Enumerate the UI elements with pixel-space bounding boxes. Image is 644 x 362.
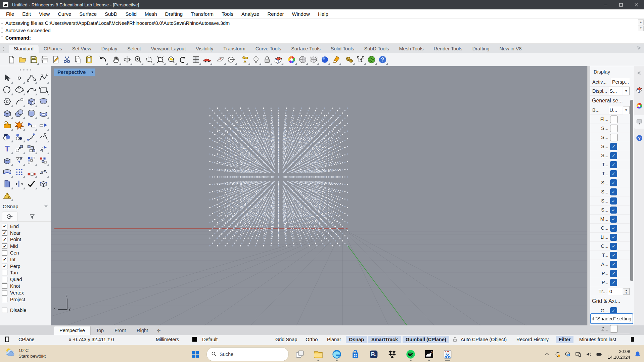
cplane-grid-icon[interactable] (215, 54, 226, 65)
command-prompt[interactable]: Command: (5, 34, 637, 42)
sound-info-icon[interactable]: i (563, 350, 572, 359)
shaded-sphere-icon[interactable] (297, 54, 308, 65)
toolbar-tab-new-in-v8[interactable]: New in V8 (495, 45, 527, 53)
display-value[interactable]: S... (609, 87, 622, 95)
display-checkbox[interactable]: ✓ (610, 207, 617, 214)
display-checkbox[interactable]: ✓ (610, 270, 617, 277)
menu-item-drafting[interactable]: Drafting (161, 10, 187, 18)
free-curve-icon[interactable] (13, 96, 25, 107)
box-array-icon[interactable] (26, 166, 37, 178)
cast-icon[interactable] (573, 350, 583, 359)
menu-item-mesh[interactable]: Mesh (141, 10, 161, 18)
web-globe-icon[interactable] (366, 54, 377, 65)
booking-button[interactable]: B. (366, 347, 381, 362)
display-checkbox[interactable]: ✓ (610, 261, 617, 268)
notification-bell-icon[interactable] (633, 350, 642, 359)
panel-tab-display-pie-icon[interactable] (634, 83, 644, 96)
status-osnap[interactable]: Osnap (346, 336, 367, 343)
zoom-icon[interactable] (133, 54, 144, 65)
ellipse-icon[interactable] (13, 84, 25, 96)
viewport-tab-front[interactable]: Front (109, 326, 131, 335)
viewport-title-chip[interactable]: Perspective ▼ (54, 69, 95, 76)
spotlight-icon[interactable] (330, 54, 341, 65)
tab-row-grip[interactable] (3, 46, 4, 52)
display-checkbox[interactable]: ✓ (610, 225, 617, 232)
orient-icon[interactable] (38, 143, 49, 154)
sidebar-grip[interactable] (0, 66, 51, 72)
toolbar-tab-transform[interactable]: Transform (218, 45, 250, 53)
options-gears-icon[interactable] (344, 54, 355, 65)
pane-dark-icon[interactable] (629, 336, 636, 344)
point-cloud-icon[interactable] (13, 131, 25, 143)
menu-item-render[interactable]: Render (263, 10, 288, 18)
toolbar-tab-standard[interactable]: Standard (9, 45, 39, 53)
menu-item-window[interactable]: Window (288, 10, 314, 18)
box-icon[interactable] (1, 107, 13, 119)
layer-chip-icon[interactable] (4, 336, 11, 344)
osnap-checkbox-near[interactable]: ✓ (2, 230, 7, 236)
status-planar[interactable]: Planar (327, 337, 341, 342)
viewport-canvas[interactable] (51, 66, 587, 325)
display-checkbox[interactable]: ✓ (610, 161, 617, 168)
menu-item-curve[interactable]: Curve (54, 10, 75, 18)
dropbox-button[interactable] (385, 347, 400, 362)
osnap-checkbox-knot[interactable] (2, 283, 7, 289)
microsoft-store-button[interactable] (348, 347, 363, 362)
osnap-checkbox-mid[interactable]: ✓ (2, 243, 7, 249)
explode-icon[interactable] (13, 119, 25, 131)
menu-item-surface[interactable]: Surface (75, 10, 101, 18)
set-view-icon[interactable] (226, 54, 237, 65)
lock-icon[interactable] (262, 54, 273, 65)
toolbar-tab-display[interactable]: Display (96, 45, 123, 53)
surface-tools-icon[interactable] (1, 166, 13, 178)
status-default[interactable]: Default (202, 337, 218, 342)
maximize-button[interactable] (613, 0, 629, 9)
bend-surface-icon[interactable] (38, 107, 49, 119)
osnap-gear-icon[interactable] (44, 203, 48, 209)
file-explorer-button[interactable] (311, 347, 326, 362)
perspective-viewport[interactable]: Perspective ▼ z x y (51, 66, 587, 325)
display-value[interactable]: 0 (608, 288, 622, 295)
single-point-icon[interactable] (13, 72, 25, 84)
menu-item-solid[interactable]: Solid (122, 10, 141, 18)
control-point-curve-icon[interactable] (26, 72, 37, 84)
menu-item-edit[interactable]: Edit (18, 10, 35, 18)
battery-icon[interactable] (594, 350, 603, 359)
panel-tab-help-icon[interactable]: ? (634, 131, 644, 145)
taskbar-clock[interactable]: 20:08 14.10.2024 (607, 349, 630, 360)
status-record-history[interactable]: Record History (516, 337, 549, 342)
new-viewport-tab-button[interactable]: ✛ (153, 327, 164, 335)
osnap-checkbox-int[interactable]: ✓ (2, 257, 7, 262)
start-button[interactable] (188, 347, 203, 362)
zoom-selected-icon[interactable] (166, 54, 177, 65)
help-icon[interactable]: ? (377, 54, 388, 65)
toolbar-tab-mesh-tools[interactable]: Mesh Tools (394, 45, 429, 53)
match-curve-icon[interactable] (38, 131, 49, 143)
menu-item-analyze[interactable]: Analyze (237, 10, 263, 18)
surface-cv-icon[interactable] (26, 96, 37, 107)
command-scrollbar[interactable]: ▲ ▼ (638, 19, 643, 32)
snipping-tool-button[interactable] (440, 347, 455, 362)
toolbar-tab-surface-tools[interactable]: Surface Tools (286, 45, 326, 53)
print-icon[interactable] (39, 54, 50, 65)
sweep-surface-icon[interactable] (38, 96, 49, 107)
edge-button[interactable] (329, 347, 344, 362)
weather-widget[interactable]: 10°C Stark bewölkt (4, 347, 46, 360)
scroll-down-icon[interactable]: ▼ (638, 26, 644, 31)
display-checkbox[interactable] (610, 116, 618, 123)
status-auto-cplane-object-[interactable]: Auto CPlane (Object) (461, 337, 507, 342)
menu-item-file[interactable]: File (2, 10, 18, 18)
render-blue-icon[interactable] (319, 54, 330, 65)
check-selection-icon[interactable] (26, 178, 37, 190)
toolbar-tab-cplanes[interactable]: CPlanes (39, 45, 67, 53)
trim-icon[interactable] (26, 119, 37, 131)
toolbar-tab-visibility[interactable]: Visibility (191, 45, 218, 53)
command-history-area[interactable]: Autosaving file as C:\Users\werst\AppDat… (0, 19, 644, 44)
menu-item-view[interactable]: View (35, 10, 54, 18)
osnap-checkbox-quad[interactable] (2, 277, 7, 282)
flow-along-icon[interactable] (38, 166, 49, 178)
display-checkbox[interactable]: ✓ (610, 243, 617, 250)
display-checkbox[interactable] (610, 325, 618, 333)
status-minutes-from-last[interactable]: Minutes from last (579, 337, 616, 342)
undo-icon[interactable] (97, 54, 108, 65)
